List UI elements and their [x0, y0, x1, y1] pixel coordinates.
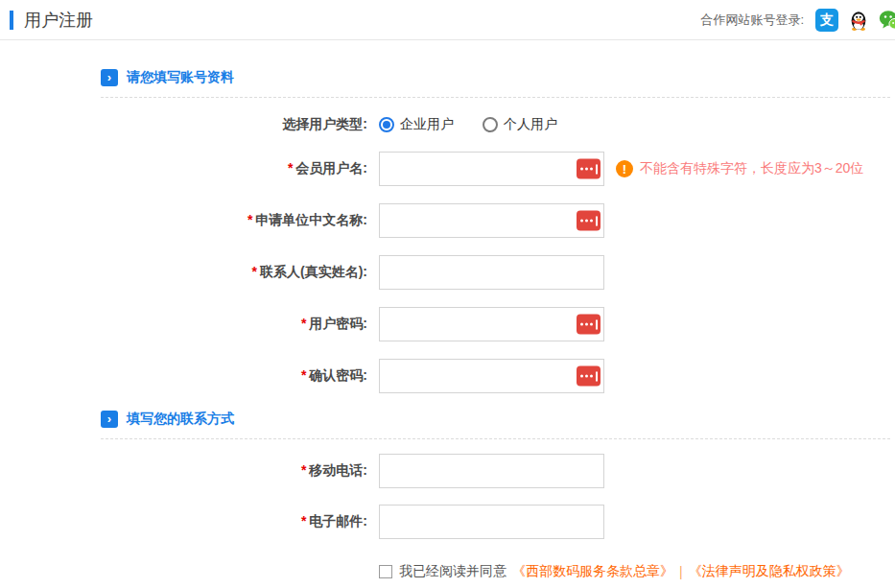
email-control [379, 505, 604, 539]
password-control [379, 307, 604, 341]
registration-page: 用户注册 合作网站账号登录: 支 [0, 0, 895, 588]
form-fill-extension-icon[interactable] [577, 159, 601, 179]
user-type-label: 选择用户类型: [0, 116, 367, 133]
section-arrow-icon: › [101, 411, 118, 428]
user-type-options: 企业用户 个人用户 [379, 116, 557, 133]
mobile-label: *移动电话: [0, 462, 367, 480]
confirm-password-label: *确认密码: [0, 367, 367, 385]
page-title: 用户注册 [10, 11, 93, 30]
company-name-control [379, 203, 604, 238]
username-label: *会员用户名: [0, 160, 367, 177]
form-fill-extension-icon[interactable] [577, 315, 601, 335]
username-validation-message: ! 不能含有特殊字符，长度应为3～20位 [616, 160, 863, 177]
confirm-password-control [379, 359, 604, 393]
section-contact-header: › 填写您的联系方式 [101, 411, 895, 428]
alipay-login-icon[interactable]: 支 [815, 9, 838, 32]
radio-individual-circle[interactable] [483, 117, 498, 132]
qq-login-icon[interactable] [847, 9, 870, 32]
partner-login-icons: 支 [815, 9, 895, 32]
company-name-row: *申请单位中文名称: [0, 203, 895, 238]
privacy-policy-link[interactable]: 《法律声明及隐私权政策》 [689, 563, 850, 580]
required-marker: * [288, 160, 293, 176]
user-type-row: 选择用户类型: 企业用户 个人用户 [0, 107, 895, 142]
page-header: 用户注册 合作网站账号登录: 支 [0, 0, 895, 40]
form-fill-extension-icon[interactable] [577, 366, 601, 387]
section-account-header: › 请您填写账号资料 [101, 69, 895, 86]
link-separator: | [679, 564, 683, 579]
dashed-divider [101, 97, 890, 98]
password-row: *用户密码: [0, 307, 895, 341]
required-marker: * [301, 462, 306, 478]
radio-individual-label: 个人用户 [504, 116, 557, 133]
company-name-input[interactable] [379, 203, 604, 238]
contact-person-label: *联系人(真实姓名): [0, 264, 367, 281]
password-label: *用户密码: [0, 316, 367, 333]
mobile-row: *移动电话: [0, 454, 895, 488]
wechat-login-icon[interactable] [879, 9, 895, 32]
contact-person-row: *联系人(真实姓名): [0, 255, 895, 290]
required-marker: * [247, 212, 252, 227]
username-row: *会员用户名: ! 不能含有特殊字符，长度应为3～20位 [0, 152, 895, 186]
required-marker: * [252, 264, 257, 279]
section-contact-title: 填写您的联系方式 [127, 411, 234, 428]
required-marker: * [301, 513, 306, 529]
username-error-text: 不能含有特殊字符，长度应为3～20位 [640, 160, 863, 177]
contact-person-control [379, 255, 604, 290]
agreement-text: 我已经阅读并同意 [399, 563, 506, 580]
mobile-control [379, 454, 604, 488]
radio-enterprise-user[interactable]: 企业用户 [379, 116, 454, 133]
radio-individual-user[interactable]: 个人用户 [483, 116, 557, 133]
warning-icon: ! [616, 160, 633, 177]
section-arrow-icon: › [101, 69, 118, 86]
required-marker: * [301, 316, 306, 331]
mobile-input[interactable] [379, 454, 604, 488]
confirm-password-input[interactable] [379, 359, 604, 393]
section-account-title: 请您填写账号资料 [127, 69, 234, 86]
form-fill-extension-icon[interactable] [577, 211, 601, 231]
password-input[interactable] [379, 307, 604, 341]
partner-login-area: 合作网站账号登录: 支 [700, 9, 895, 32]
contact-person-input[interactable] [379, 255, 604, 290]
required-marker: * [301, 367, 306, 383]
agreement-row: 我已经阅读并同意 《西部数码服务条款总章》 | 《法律声明及隐私权政策》 [379, 563, 895, 580]
email-input[interactable] [379, 505, 604, 539]
registration-form: › 请您填写账号资料 选择用户类型: 企业用户 个人用户 *会员用户名: [0, 40, 895, 580]
username-control [379, 152, 604, 186]
terms-of-service-link[interactable]: 《西部数码服务条款总章》 [512, 563, 673, 580]
email-label: *电子邮件: [0, 513, 367, 530]
company-name-label: *申请单位中文名称: [0, 212, 367, 229]
radio-enterprise-label: 企业用户 [400, 116, 454, 133]
partner-login-label: 合作网站账号登录: [700, 12, 804, 29]
dashed-divider [101, 438, 890, 439]
radio-enterprise-circle[interactable] [379, 117, 394, 132]
username-input[interactable] [379, 152, 604, 186]
agreement-checkbox[interactable] [379, 565, 392, 578]
confirm-password-row: *确认密码: [0, 359, 895, 393]
email-row: *电子邮件: [0, 505, 895, 539]
